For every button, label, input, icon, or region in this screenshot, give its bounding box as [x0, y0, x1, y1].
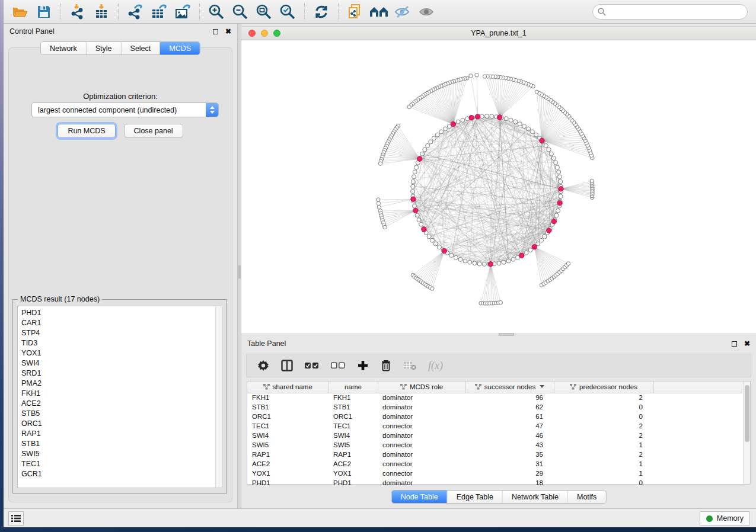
zoom-selected-button[interactable]	[276, 2, 299, 22]
network-hub-node[interactable]	[557, 201, 562, 206]
network-hub-node[interactable]	[476, 114, 480, 119]
network-hub-node[interactable]	[540, 138, 544, 143]
tab-select[interactable]: Select	[122, 42, 161, 55]
show-column-button[interactable]	[281, 357, 293, 374]
mcds-result-item[interactable]: TID3	[18, 338, 215, 348]
search-field[interactable]	[592, 4, 748, 20]
mcds-result-item[interactable]: SWI5	[18, 448, 215, 459]
network-node[interactable]	[534, 133, 538, 137]
network-node[interactable]	[485, 114, 489, 118]
tab-motifs[interactable]: Motifs	[568, 491, 605, 503]
zoom-fit-button[interactable]	[252, 2, 276, 22]
network-hub-node[interactable]	[551, 219, 556, 224]
network-node[interactable]	[420, 152, 425, 156]
mcds-result-item[interactable]: ORC1	[18, 418, 215, 428]
network-view-canvas[interactable]	[241, 40, 756, 333]
network-node[interactable]	[477, 262, 481, 266]
network-window-titlebar[interactable]: YPA_prune.txt_1	[241, 26, 756, 40]
hide-selected-button[interactable]	[391, 2, 414, 22]
network-node[interactable]	[559, 194, 563, 198]
import-table-button[interactable]	[90, 2, 113, 22]
mcds-result-item[interactable]: YOX1	[18, 348, 215, 358]
zoom-in-button[interactable]	[205, 2, 228, 22]
network-node[interactable]	[544, 143, 548, 148]
network-hub-node[interactable]	[442, 248, 446, 253]
delete-table-button[interactable]	[403, 357, 416, 374]
mcds-result-item[interactable]: TEC1	[18, 459, 215, 469]
network-node[interactable]	[559, 180, 563, 184]
network-node[interactable]	[554, 161, 558, 165]
network-node[interactable]	[417, 218, 421, 222]
duplicate-network-button[interactable]	[343, 2, 367, 22]
network-node[interactable]	[522, 124, 527, 129]
network-node[interactable]	[511, 257, 515, 261]
network-node[interactable]	[468, 260, 472, 264]
table-row[interactable]: SWI5SWI5connector431	[247, 440, 742, 450]
network-node[interactable]	[435, 133, 439, 137]
close-panel-icon[interactable]: ✖	[225, 28, 231, 35]
network-node[interactable]	[419, 222, 423, 226]
network-node[interactable]	[557, 175, 562, 179]
network-hub-node[interactable]	[497, 115, 502, 120]
network-leaf-node[interactable]	[469, 74, 473, 78]
tab-network-table[interactable]: Network Table	[503, 491, 568, 503]
network-node[interactable]	[438, 245, 442, 249]
network-node[interactable]	[456, 120, 460, 124]
network-node[interactable]	[556, 209, 560, 213]
network-node[interactable]	[426, 143, 430, 148]
network-leaf-node[interactable]	[377, 198, 380, 201]
splitter-handle[interactable]	[238, 265, 241, 278]
network-hub-node[interactable]	[451, 121, 455, 126]
float-panel-icon[interactable]	[732, 341, 737, 347]
network-node[interactable]	[411, 190, 415, 194]
network-node[interactable]	[427, 235, 431, 239]
network-node[interactable]	[461, 118, 465, 122]
column-header-MCDS-role[interactable]: MCDS role	[378, 382, 465, 393]
network-node[interactable]	[530, 130, 534, 134]
open-file-button[interactable]	[8, 2, 32, 22]
network-node[interactable]	[502, 260, 506, 264]
network-node[interactable]	[490, 114, 494, 118]
network-node[interactable]	[509, 118, 513, 122]
network-node[interactable]	[555, 165, 559, 169]
mcds-result-item[interactable]: GCR1	[18, 469, 215, 479]
network-node[interactable]	[524, 251, 528, 255]
mcds-result-item[interactable]: PHD1	[18, 307, 215, 318]
network-node[interactable]	[458, 257, 462, 261]
tab-edge-table[interactable]: Edge Table	[448, 491, 503, 503]
scrollbar-thumb[interactable]	[745, 385, 749, 442]
column-header-name[interactable]: name	[328, 382, 378, 393]
network-hub-node[interactable]	[532, 245, 537, 249]
delete-column-button[interactable]	[381, 357, 391, 374]
column-header-predecessor-nodes[interactable]: predecessor nodes	[554, 382, 653, 393]
panel-menu-button[interactable]	[8, 511, 24, 525]
network-node[interactable]	[449, 253, 454, 257]
vertical-splitter[interactable]	[237, 24, 241, 508]
network-node[interactable]	[443, 127, 447, 131]
save-session-button[interactable]	[32, 2, 56, 22]
network-node[interactable]	[454, 255, 458, 259]
table-row[interactable]: ACE2ACE2connector311	[247, 459, 742, 469]
network-node[interactable]	[554, 213, 559, 217]
memory-button[interactable]: Memory	[700, 511, 750, 525]
table-settings-button[interactable]	[257, 357, 269, 374]
show-all-button[interactable]	[414, 2, 438, 22]
network-node[interactable]	[412, 204, 416, 208]
mcds-result-item[interactable]: SRD1	[18, 368, 215, 378]
network-leaf-node[interactable]	[377, 201, 380, 205]
first-neighbors-button[interactable]	[367, 2, 391, 22]
select-all-rows-button[interactable]	[305, 357, 319, 374]
mcds-result-item[interactable]: SWI4	[18, 358, 215, 368]
network-leaf-node[interactable]	[407, 105, 411, 108]
network-node[interactable]	[551, 156, 556, 161]
network-node[interactable]	[504, 117, 508, 121]
network-node[interactable]	[540, 238, 544, 242]
network-node[interactable]	[413, 170, 417, 174]
network-node[interactable]	[482, 262, 486, 266]
network-node[interactable]	[557, 170, 561, 174]
export-network-button[interactable]	[123, 2, 147, 22]
network-leaf-node[interactable]	[590, 179, 594, 182]
close-panel-icon[interactable]: ✖	[744, 340, 750, 347]
run-mcds-button[interactable]: Run MCDS	[58, 124, 115, 138]
network-leaf-node[interactable]	[535, 90, 538, 94]
